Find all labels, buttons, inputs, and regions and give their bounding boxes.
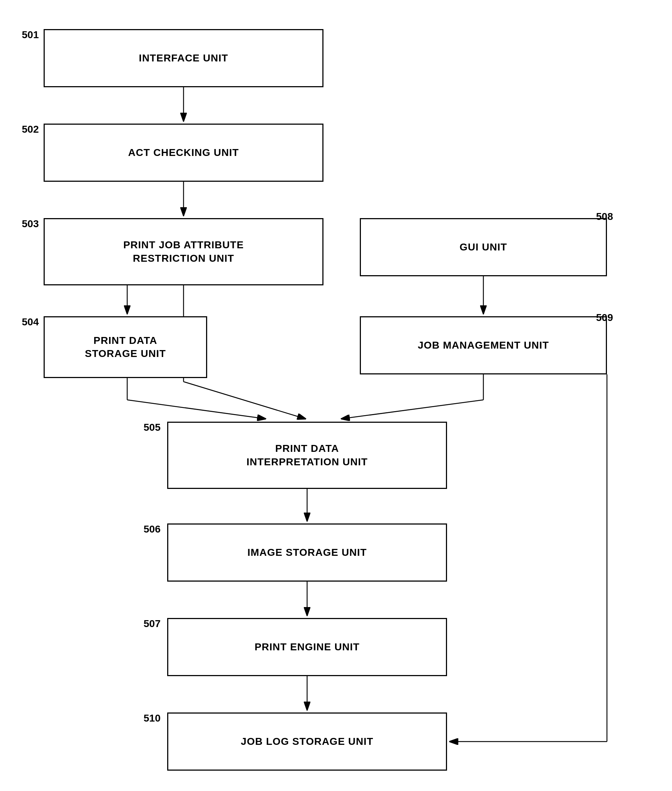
act-checking-unit-block: ACT CHECKING UNIT: [43, 123, 323, 182]
job-log-storage-unit-label: JOB LOG STORAGE UNIT: [241, 735, 374, 748]
act-checking-unit-label: ACT CHECKING UNIT: [128, 146, 239, 159]
label-502: 502: [22, 123, 39, 135]
print-engine-unit-label: PRINT ENGINE UNIT: [254, 640, 360, 653]
label-509: 509: [596, 312, 613, 323]
print-data-interp-label: PRINT DATAINTERPRETATION UNIT: [246, 442, 368, 469]
label-501: 501: [22, 29, 39, 41]
interface-unit-label: INTERFACE UNIT: [139, 51, 228, 65]
job-management-unit-block: JOB MANAGEMENT UNIT: [360, 316, 607, 375]
print-data-storage-label: PRINT DATASTORAGE UNIT: [85, 334, 166, 360]
print-data-storage-block: PRINT DATASTORAGE UNIT: [43, 316, 207, 378]
svg-line-10: [342, 400, 483, 419]
print-job-attr-label: PRINT JOB ATTRIBUTERESTRICTION UNIT: [123, 239, 244, 265]
label-504: 504: [22, 316, 39, 328]
gui-unit-label: GUI UNIT: [460, 241, 507, 254]
label-508: 508: [596, 211, 613, 223]
job-log-storage-unit-block: JOB LOG STORAGE UNIT: [167, 713, 447, 771]
svg-line-8: [127, 400, 265, 419]
print-data-interp-block: PRINT DATAINTERPRETATION UNIT: [167, 422, 447, 489]
label-506: 506: [144, 524, 161, 535]
label-503: 503: [22, 218, 39, 230]
interface-unit-block: INTERFACE UNIT: [43, 29, 323, 87]
image-storage-unit-label: IMAGE STORAGE UNIT: [248, 546, 367, 559]
diagram: INTERFACE UNIT 501 ACT CHECKING UNIT 502…: [0, 0, 672, 791]
print-engine-unit-block: PRINT ENGINE UNIT: [167, 618, 447, 676]
gui-unit-block: GUI UNIT: [360, 218, 607, 276]
label-505: 505: [144, 422, 161, 433]
image-storage-unit-block: IMAGE STORAGE UNIT: [167, 524, 447, 581]
svg-line-6: [184, 382, 305, 419]
print-job-attr-block: PRINT JOB ATTRIBUTERESTRICTION UNIT: [43, 218, 323, 285]
label-507: 507: [144, 618, 161, 629]
label-510: 510: [144, 713, 161, 724]
job-management-unit-label: JOB MANAGEMENT UNIT: [418, 339, 549, 352]
